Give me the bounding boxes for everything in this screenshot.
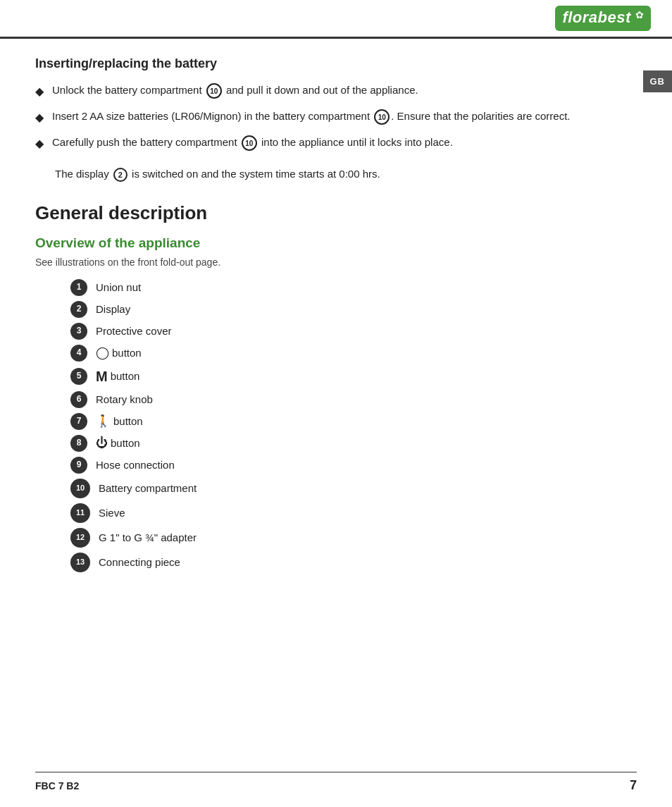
list-item-1: 1 Union nut [70,279,630,296]
section1-title: Inserting/replacing the battery [35,56,630,71]
footer-model: FBC 7 B2 [35,780,79,791]
item-icon-power: ⏻ [96,435,108,452]
top-border [0,37,672,39]
item-label-6: Rotary knob [96,392,153,407]
list-item-7: 7 🚶 button [70,413,630,430]
list-item-3: 3 Protective cover [70,323,630,340]
badge-6: 6 [70,391,87,408]
page-container: florabest ✿ GB Inserting/replacing the b… [0,0,672,807]
bullet-item-1: ◆ Unlock the battery compartment 10 and … [35,82,630,100]
item-icon-m: M [96,366,108,386]
list-item-11: 11 Sieve [70,503,630,523]
badge-11: 11 [70,503,90,523]
bullet-item-3: ◆ Carefully push the battery compartment… [35,135,630,152]
gb-tab: GB [643,70,673,92]
item-label-11: Sieve [99,505,125,520]
item-icon-clock: ◯ [96,345,109,362]
item-label-10: Battery compartment [99,481,197,495]
num-10-ref-1: 10 [206,83,222,99]
item-label-1: Union nut [96,280,141,295]
list-item-9: 9 Hose connection [70,457,630,474]
badge-10: 10 [70,479,90,498]
bullet-text-1: Unlock the battery compartment 10 and pu… [52,82,418,99]
list-item-13: 13 Connecting piece [70,553,630,572]
item-label-8: button [111,436,140,450]
badge-4: 4 [70,345,87,362]
item-icon-tap: 🚶 [96,413,111,430]
bullet-item-2: ◆ Insert 2 AA size batteries (LR06/Migno… [35,109,630,126]
diamond-icon-1: ◆ [35,83,44,100]
item-label-7: button [113,414,143,429]
badge-5: 5 [70,368,87,385]
badge-13: 13 [70,553,90,572]
badge-2: 2 [70,301,87,318]
item-label-3: Protective cover [96,324,172,338]
bullet-text-3: Carefully push the battery compartment 1… [52,135,453,151]
main-content: Inserting/replacing the battery ◆ Unlock… [35,44,630,577]
logo-leaf-icon: ✿ [635,9,644,20]
see-illustrations-text: See illustrations on the front fold-out … [35,257,630,268]
badge-7: 7 [70,413,87,430]
list-item-8: 8 ⏻ button [70,435,630,452]
list-item-6: 6 Rotary knob [70,391,630,408]
logo-text: florabest [562,8,630,26]
badge-8: 8 [70,435,87,452]
item-label-4: button [112,345,142,360]
list-item-10: 10 Battery compartment [70,479,630,498]
footer: FBC 7 B2 7 [35,772,637,793]
num-10-ref-3: 10 [242,135,257,151]
num-10-ref-2: 10 [374,109,390,125]
num-2-ref: 2 [113,168,127,182]
overview-list: 1 Union nut 2 Display 3 Protective cover… [70,279,630,572]
item-label-9: Hose connection [96,457,175,472]
footer-page: 7 [630,778,637,793]
section2-title: General description [35,202,630,224]
badge-1: 1 [70,279,87,296]
diamond-icon-3: ◆ [35,135,44,152]
bullet-text-2: Insert 2 AA size batteries (LR06/Mignon)… [52,109,571,125]
badge-9: 9 [70,457,87,474]
item-label-12: G 1" to G ¾" adapter [99,530,197,545]
list-item-12: 12 G 1" to G ¾" adapter [70,528,630,548]
list-item-4: 4 ◯ button [70,345,630,362]
list-item-2: 2 Display [70,301,630,318]
badge-3: 3 [70,323,87,340]
item-label-13: Connecting piece [99,555,180,569]
item-label-2: Display [96,302,130,316]
list-item-5: 5 M button [70,366,630,386]
diamond-icon-2: ◆ [35,109,44,126]
logo-area: florabest ✿ [555,6,651,31]
bullet-list: ◆ Unlock the battery compartment 10 and … [35,82,630,152]
badge-12: 12 [70,528,90,548]
logo-box: florabest ✿ [555,6,651,31]
indent-line: The display 2 is switched on and the sys… [55,166,630,183]
subsection-title: Overview of the appliance [35,235,630,251]
item-label-5: button [111,369,140,383]
